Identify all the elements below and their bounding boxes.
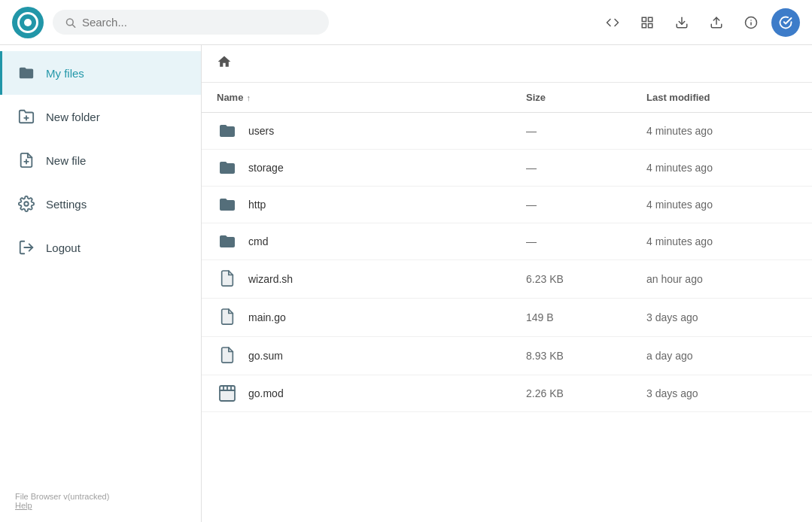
grid-icon (640, 16, 654, 29)
file-size: 2.26 KB (526, 387, 646, 399)
upload-button[interactable] (702, 8, 731, 37)
file-size: 6.23 KB (526, 273, 646, 285)
file-name: go.sum (248, 350, 283, 362)
search-input[interactable] (82, 16, 317, 29)
sidebar-settings-label: Settings (46, 198, 87, 211)
file-name: main.go (248, 311, 286, 323)
file-modified: 4 minutes ago (646, 162, 797, 174)
file-type-icon (217, 196, 238, 214)
col-header-name[interactable]: Name ↑ (217, 92, 526, 103)
file-name-cell: wizard.sh (217, 269, 526, 289)
logout-icon (17, 239, 35, 256)
upload-icon (710, 16, 723, 29)
file-type-icon (217, 308, 238, 327)
file-name: cmd (248, 235, 268, 247)
app-logo[interactable] (12, 7, 44, 38)
file-modified: 4 minutes ago (646, 125, 797, 137)
sidebar-new-file-label: New file (46, 154, 86, 167)
folder-icon (17, 65, 35, 81)
file-type-icon (217, 159, 238, 177)
table-row[interactable]: cmd — 4 minutes ago (202, 223, 812, 260)
file-modified: an hour ago (646, 273, 797, 285)
search-icon (65, 17, 76, 29)
sidebar-my-files-label: My files (46, 67, 84, 80)
sidebar-item-settings[interactable]: Settings (0, 182, 201, 226)
main-layout: My files New folder New file (0, 45, 812, 522)
help-link[interactable]: Help (15, 501, 32, 510)
info-button[interactable] (737, 8, 765, 37)
file-modified: a day ago (646, 350, 797, 362)
file-modified: 3 days ago (646, 311, 797, 323)
col-header-modified[interactable]: Last modified (646, 92, 797, 103)
grid-view-button[interactable] (633, 8, 661, 37)
sidebar-new-folder-label: New folder (46, 111, 100, 123)
file-type-icon (217, 122, 238, 140)
code-icon (606, 16, 619, 29)
sort-arrow-icon: ↑ (246, 93, 251, 102)
sidebar-logout-label: Logout (46, 241, 81, 254)
header (0, 0, 812, 45)
select-all-button[interactable] (771, 8, 800, 37)
download-button[interactable] (668, 8, 696, 37)
sidebar-item-my-files[interactable]: My files (0, 51, 201, 95)
svg-rect-4 (642, 23, 646, 27)
file-name-cell: main.go (217, 308, 526, 327)
sidebar-item-logout[interactable]: Logout (0, 226, 201, 269)
new-folder-icon (17, 108, 35, 125)
file-type-icon (217, 346, 238, 366)
file-table: Name ↑ Size Last modified users — 4 minu… (202, 83, 812, 522)
table-row[interactable]: users — 4 minutes ago (202, 113, 812, 150)
file-name: go.mod (248, 387, 284, 399)
version-label: File Browser v(untracked) (15, 492, 186, 501)
table-row[interactable]: wizard.sh 6.23 KB an hour ago (202, 260, 812, 299)
svg-rect-3 (649, 17, 652, 21)
col-header-size[interactable]: Size (526, 92, 646, 103)
file-name-cell: go.sum (217, 346, 526, 366)
file-modified: 4 minutes ago (646, 235, 797, 247)
table-row[interactable]: main.go 149 B 3 days ago (202, 299, 812, 337)
new-file-icon (17, 152, 35, 168)
breadcrumb (202, 45, 812, 83)
sidebar-item-new-file[interactable]: New file (0, 138, 201, 182)
info-icon (744, 16, 758, 29)
file-type-icon (217, 269, 238, 289)
settings-icon (17, 196, 35, 212)
svg-rect-2 (642, 17, 646, 21)
file-name: http (248, 199, 266, 211)
file-size: 8.93 KB (526, 350, 646, 362)
table-row[interactable]: go.sum 8.93 KB a day ago (202, 337, 812, 375)
header-icon-group (598, 8, 800, 37)
sidebar: My files New folder New file (0, 45, 202, 522)
sidebar-item-new-folder[interactable]: New folder (0, 95, 201, 138)
table-header: Name ↑ Size Last modified (202, 83, 812, 113)
table-row[interactable]: storage — 4 minutes ago (202, 150, 812, 187)
code-view-button[interactable] (598, 8, 627, 37)
file-name: users (248, 125, 274, 137)
sidebar-version-info: File Browser v(untracked) Help (0, 480, 201, 522)
file-name-cell: cmd (217, 232, 526, 250)
svg-point-15 (24, 202, 29, 206)
svg-rect-5 (649, 23, 652, 27)
home-icon[interactable] (217, 54, 232, 73)
file-name-cell: users (217, 122, 526, 140)
file-size: 149 B (526, 311, 646, 323)
file-type-icon (217, 384, 238, 402)
file-size: — (526, 162, 646, 174)
table-row[interactable]: http — 4 minutes ago (202, 187, 812, 223)
file-modified: 3 days ago (646, 387, 797, 399)
file-type-icon (217, 232, 238, 250)
table-body: users — 4 minutes ago storage — 4 minute… (202, 113, 812, 412)
file-name-cell: go.mod (217, 384, 526, 402)
search-bar[interactable] (53, 10, 329, 35)
file-size: — (526, 235, 646, 247)
table-row[interactable]: go.mod 2.26 KB 3 days ago (202, 375, 812, 412)
file-name: storage (248, 162, 284, 174)
download-icon (675, 16, 689, 29)
check-icon (779, 16, 792, 29)
file-size: — (526, 125, 646, 137)
content-area: Name ↑ Size Last modified users — 4 minu… (202, 45, 812, 522)
file-name-cell: http (217, 196, 526, 214)
svg-line-1 (72, 24, 75, 26)
file-name-cell: storage (217, 159, 526, 177)
file-name: wizard.sh (248, 273, 293, 285)
